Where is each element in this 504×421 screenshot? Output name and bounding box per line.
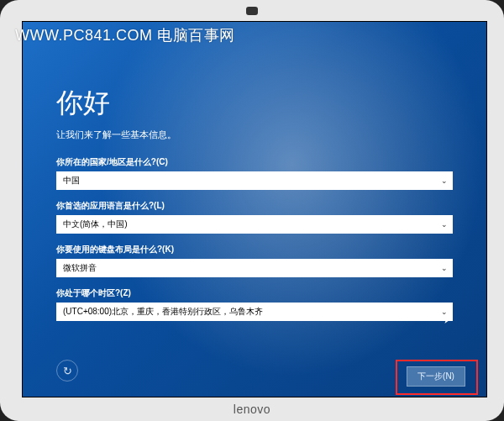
label-keyboard: 你要使用的键盘布局是什么?(K) [56,244,453,255]
select-timezone[interactable]: (UTC+08:00)北京，重庆，香港特别行政区，乌鲁木齐 ⌄ [56,303,453,321]
page-subtitle: 让我们来了解一些基本信息。 [56,129,453,141]
select-country-value: 中国 [63,175,80,187]
select-keyboard[interactable]: 微软拼音 ⌄ [56,259,453,277]
chevron-down-icon: ⌄ [441,264,448,272]
select-keyboard-value: 微软拼音 [63,262,97,274]
ease-of-access-button[interactable]: ↻ [56,360,78,382]
select-language[interactable]: 中文(简体，中国) ⌄ [56,215,453,234]
chevron-down-icon: ⌄ [441,176,448,185]
chevron-down-icon: ⌄ [441,220,448,229]
oobe-panel: 你好 让我们来了解一些基本信息。 你所在的国家/地区是什么?(C) 中国 ⌄ 你… [56,85,453,388]
label-language: 你首选的应用语言是什么?(L) [56,200,453,212]
field-language: 你首选的应用语言是什么?(L) 中文(简体，中国) ⌄ [56,200,453,234]
label-country: 你所在的国家/地区是什么?(C) [56,156,453,168]
select-country[interactable]: 中国 ⌄ [56,171,453,190]
screen-area: 你好 让我们来了解一些基本信息。 你所在的国家/地区是什么?(C) 中国 ⌄ 你… [22,21,487,397]
field-timezone: 你处于哪个时区?(Z) (UTC+08:00)北京，重庆，香港特别行政区，乌鲁木… [56,287,453,321]
webcam [246,7,258,15]
brand-logo: lenovo [234,403,270,416]
field-keyboard: 你要使用的键盘布局是什么?(K) 微软拼音 ⌄ [56,244,453,277]
watermark-text: WWW.PC841.COM 电脑百事网 [15,25,235,45]
label-timezone: 你处于哪个时区?(Z) [56,287,453,299]
ease-of-access-icon: ↻ [63,365,72,377]
select-language-value: 中文(简体，中国) [63,218,128,230]
next-button[interactable]: 下一步(N) [407,366,465,387]
page-title: 你好 [56,85,453,122]
cursor-icon: ➤ [442,311,454,326]
laptop-bezel: lenovo 你好 让我们来了解一些基本信息。 你所在的国家/地区是什么?(C)… [0,0,504,421]
next-button-label: 下一步(N) [417,371,454,382]
select-timezone-value: (UTC+08:00)北京，重庆，香港特别行政区，乌鲁木齐 [63,306,263,318]
field-country: 你所在的国家/地区是什么?(C) 中国 ⌄ [56,156,453,190]
